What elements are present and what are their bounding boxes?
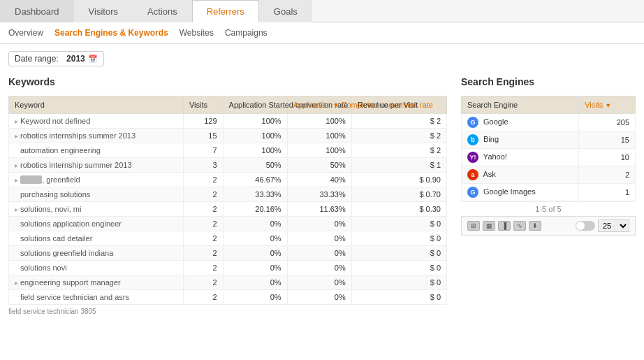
revenue-cell: $ 0: [351, 275, 446, 290]
visits-cell: 2: [183, 231, 223, 246]
se-col-visits[interactable]: Visits ▼: [579, 96, 636, 114]
completed-cell: 100%: [287, 143, 351, 158]
search-engines-section: Search Engines Search Engine Visits ▼ G …: [461, 73, 636, 305]
se-icon: b: [467, 134, 478, 145]
date-range-section: Date range: 2013 📅: [0, 44, 644, 73]
visits-cell: 129: [183, 114, 223, 129]
started-cell: 46.67%: [223, 173, 287, 187]
row-spacer: [15, 235, 19, 239]
search-engines-title: Search Engines: [461, 73, 636, 90]
sub-item-campaigns[interactable]: Campaigns: [225, 28, 268, 38]
date-range-picker[interactable]: Date range: 2013 📅: [8, 51, 104, 66]
completed-cell: 40%: [287, 173, 351, 187]
table-row: ▸engineering support manager 2 0% 0% $ 0: [9, 275, 447, 290]
tab-referrers[interactable]: Referrers: [192, 0, 259, 22]
started-cell: 100%: [223, 129, 287, 143]
date-range-label: Date range:: [15, 54, 59, 64]
revenue-cell: $ 0: [351, 261, 446, 275]
keyword-text: field service technician and asrs: [20, 293, 129, 301]
table-row: ▸robotics internship summer 2013 3 50% 5…: [9, 158, 447, 173]
keyword-text: solutions novi: [20, 264, 67, 272]
line-chart-icon[interactable]: ∿: [513, 221, 526, 231]
keyword-cell: solutions novi: [9, 261, 184, 275]
sub-item-overview[interactable]: Overview: [8, 28, 43, 38]
se-name-cell: G Google Images: [462, 184, 579, 201]
revenue-cell: $ 0: [351, 217, 446, 231]
row-spacer: [15, 147, 19, 151]
se-name-cell: b Bing: [462, 131, 579, 149]
bar-chart-icon[interactable]: ▐: [498, 221, 511, 231]
se-visits-cell: 15: [579, 131, 636, 149]
visits-cell: 2: [183, 202, 223, 217]
tab-actions[interactable]: Actions: [133, 0, 192, 22]
started-cell: 0%: [223, 246, 287, 261]
visits-cell: 2: [183, 261, 223, 275]
toggle-switch[interactable]: [576, 221, 595, 231]
keyword-cell: ▸robotics internships summer 2013: [9, 129, 184, 143]
col-started[interactable]: Application Started conversion rate: [223, 96, 287, 114]
tab-visitors[interactable]: Visitors: [74, 0, 133, 22]
keyword-cell: field service technician and asrs: [9, 290, 184, 305]
keywords-title: Keywords: [8, 73, 447, 90]
revenue-cell: $ 2: [351, 114, 446, 129]
keywords-section: Keywords Keyword Visits Application Star…: [8, 73, 447, 305]
row-spacer: [15, 264, 19, 268]
chart-icon[interactable]: ▦: [483, 221, 495, 231]
se-col-name[interactable]: Search Engine: [462, 96, 579, 114]
tab-goals[interactable]: Goals: [259, 0, 312, 22]
export-icon[interactable]: ⊞: [467, 221, 480, 231]
visits-cell: 3: [183, 158, 223, 173]
date-range-year: 2013: [66, 54, 85, 64]
sub-item-websites[interactable]: Websites: [180, 28, 214, 38]
keyword-cell: automation engineering: [9, 143, 184, 158]
calendar-icon: 📅: [88, 55, 98, 64]
table-row: solutions cad detailer 2 0% 0% $ 0: [9, 231, 447, 246]
keyword-cell: ▸████, greenfield: [9, 173, 184, 187]
keyword-text: solutions, novi, mi: [20, 205, 81, 213]
started-cell: 33.33%: [223, 187, 287, 202]
row-spacer: [15, 250, 19, 254]
tab-dashboard[interactable]: Dashboard: [0, 0, 74, 22]
se-visits-cell: 10: [579, 149, 636, 166]
started-cell: 0%: [223, 261, 287, 275]
table-row: solutions novi 2 0% 0% $ 0: [9, 261, 447, 275]
revenue-cell: $ 0: [351, 246, 446, 261]
keyword-text: solutions cad detailer: [20, 234, 92, 243]
keywords-table: Keyword Visits Application Started conve…: [8, 96, 447, 305]
se-name: Google Images: [483, 187, 536, 196]
table-row: ▸████, greenfield 2 46.67% 40% $ 0.90: [9, 173, 447, 187]
completed-cell: 0%: [287, 275, 351, 290]
col-completed[interactable]: Application ▼ Completed conversion rate: [287, 96, 351, 114]
revenue-cell: $ 0: [351, 231, 446, 246]
se-icon: G: [467, 117, 478, 128]
keyword-text: robotics internships summer 2013: [20, 131, 136, 140]
sub-nav: Overview Search Engines & Keywords Websi…: [0, 22, 644, 44]
row-spacer: [15, 220, 19, 224]
row-spacer: [15, 191, 19, 195]
se-name-cell: G Google: [462, 114, 579, 131]
visits-cell: 2: [183, 187, 223, 202]
keyword-text: engineering support manager: [20, 278, 121, 287]
visits-cell: 2: [183, 246, 223, 261]
per-page-select[interactable]: 25 50 100: [598, 219, 629, 232]
sub-item-search-engines[interactable]: Search Engines & Keywords: [54, 28, 168, 38]
table-row: ▸solutions, novi, mi 2 20.16% 11.63% $ 0…: [9, 202, 447, 217]
table-row: ▸Keyword not defined 129 100% 100% $ 2: [9, 114, 447, 129]
main-content: Keywords Keyword Visits Application Star…: [0, 73, 644, 305]
se-table-row: b Bing 15: [462, 131, 636, 149]
se-name-cell: Y! Yahoo!: [462, 149, 579, 166]
table-row: solutions greenfield indiana 2 0% 0% $ 0: [9, 246, 447, 261]
se-name: Ask: [483, 170, 495, 178]
keyword-cell: solutions application engineer: [9, 217, 184, 231]
row-indicator: ▸: [15, 161, 19, 166]
keyword-cell: purchasing solutions: [9, 187, 184, 202]
started-cell: 50%: [223, 158, 287, 173]
row-indicator: ▸: [15, 117, 19, 122]
se-pagination: 1-5 of 5: [461, 201, 636, 216]
col-keyword[interactable]: Keyword: [9, 96, 184, 114]
completed-cell: 0%: [287, 217, 351, 231]
started-cell: 0%: [223, 217, 287, 231]
download-icon[interactable]: ⬇: [529, 221, 541, 231]
col-visits[interactable]: Visits: [183, 96, 223, 114]
se-name-cell: a Ask: [462, 166, 579, 184]
